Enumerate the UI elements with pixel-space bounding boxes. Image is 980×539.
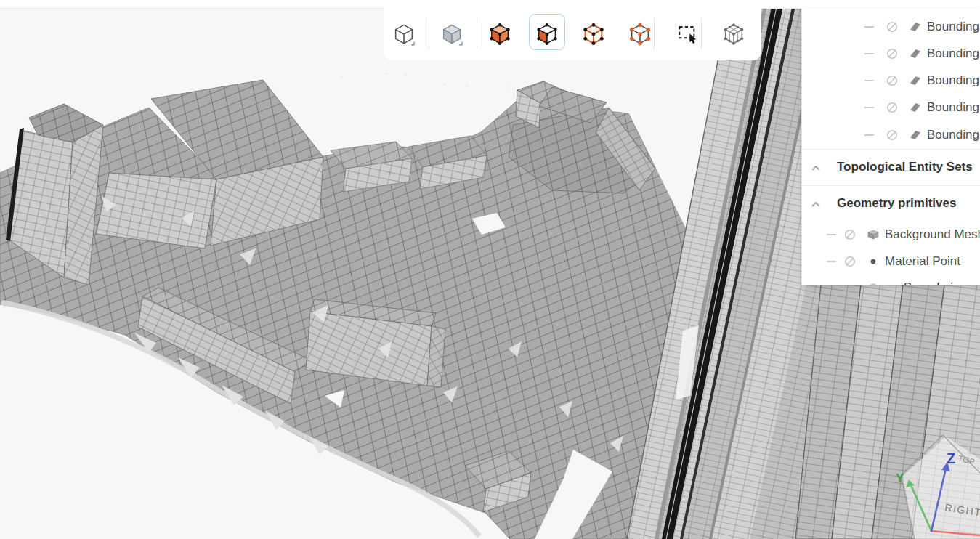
- cube-wireframe-icon: [392, 23, 416, 46]
- section-topological-entity-sets[interactable]: Topological Entity Sets: [802, 152, 980, 184]
- surface-icon: [908, 47, 923, 60]
- y-axis-label: Y: [896, 471, 904, 485]
- toolbar-separator: [429, 18, 429, 49]
- tree-item-material-point[interactable]: Material Point: [802, 248, 980, 275]
- tree-item-background-mesh[interactable]: Background Mesh: [802, 222, 980, 248]
- chevron-up-icon[interactable]: [811, 201, 821, 207]
- eye-off-icon[interactable]: [886, 20, 899, 33]
- section-title: Geometry primitives: [837, 196, 956, 211]
- cube-edges-orange-icon: [582, 23, 605, 46]
- eye-off-icon[interactable]: [886, 47, 899, 60]
- eye-off-icon[interactable]: [843, 228, 857, 241]
- cube-vertices-orange-icon: [628, 23, 652, 46]
- select-vertices-button[interactable]: [625, 20, 655, 49]
- cube-face-orange-icon: [535, 23, 559, 46]
- tree-connector: [864, 107, 874, 108]
- marquee-select-button[interactable]: [673, 20, 702, 49]
- eye-off-icon[interactable]: [886, 74, 899, 87]
- dashed-box-cursor-icon: [676, 23, 699, 46]
- tree-item-clipped[interactable]: Boundaries: [802, 280, 980, 285]
- tree-item-bounding[interactable]: Bounding: [802, 41, 980, 68]
- tree-connector: [864, 80, 874, 81]
- dropdown-corner-mark: [411, 42, 414, 45]
- cube-volumes-orange-icon: [488, 23, 511, 46]
- cursor-arrow: [689, 33, 696, 44]
- scene-tree-panel: Bounding Bounding Bounding: [801, 8, 980, 285]
- tree-item-label: Material Point: [885, 254, 960, 269]
- tree-item-bounding[interactable]: Bounding: [802, 122, 980, 149]
- tree-item-label: Bounding: [927, 73, 979, 88]
- chevron-up-icon[interactable]: [811, 165, 821, 171]
- tree-connector: [864, 134, 874, 136]
- tree-item-label: Boundaries: [904, 280, 966, 285]
- cube-shaded-icon: [440, 23, 463, 46]
- tree-connector: [827, 234, 836, 235]
- view-shaded-button[interactable]: [437, 20, 466, 49]
- section-geometry-primitives[interactable]: Geometry primitives: [802, 188, 980, 220]
- dropdown-corner-mark: [459, 42, 462, 45]
- mesh-entity-select-button[interactable]: [719, 20, 748, 49]
- mesh-modeler-app: TOP RIGHT Z Y: [0, 0, 980, 539]
- surface-icon: [908, 101, 923, 114]
- view-selection-toolbar: [384, 8, 761, 60]
- point-icon: [866, 255, 880, 268]
- panel-divider: [802, 185, 980, 186]
- tree-item-label: Bounding: [927, 20, 979, 34]
- eye-off-icon[interactable]: [843, 255, 857, 268]
- select-volumes-button[interactable]: [485, 20, 514, 49]
- cube-mesh-nodes-icon: [722, 23, 745, 46]
- surface-icon: [908, 74, 923, 87]
- eye-off-icon[interactable]: [886, 101, 899, 114]
- tree-item-label: Bounding: [927, 46, 979, 61]
- surface-icon: [908, 129, 923, 142]
- z-axis-label: Z: [947, 450, 955, 466]
- tree-item-label: Bounding: [927, 100, 979, 115]
- tree-item-label: Bounding: [927, 128, 979, 142]
- box-icon: [866, 281, 880, 285]
- eye-off-icon[interactable]: [886, 129, 899, 142]
- tree-connector: [864, 26, 874, 28]
- tree-item-label: Background Mesh: [885, 227, 980, 242]
- tree-item-bounding[interactable]: Bounding: [802, 94, 980, 121]
- surface-icon: [908, 20, 923, 33]
- select-edges-button[interactable]: [579, 20, 608, 49]
- tree-item-bounding[interactable]: Bounding: [802, 68, 980, 94]
- tree-item-bounding[interactable]: Bounding: [802, 14, 980, 41]
- section-title: Topological Entity Sets: [837, 160, 973, 174]
- panel-divider: [802, 149, 980, 150]
- view-wireframe-button[interactable]: [389, 20, 418, 49]
- box-icon: [866, 228, 880, 241]
- tree-connector: [827, 261, 836, 262]
- select-faces-button[interactable]: [532, 20, 562, 49]
- tree-connector: [864, 53, 874, 54]
- toolbar-separator: [477, 18, 477, 49]
